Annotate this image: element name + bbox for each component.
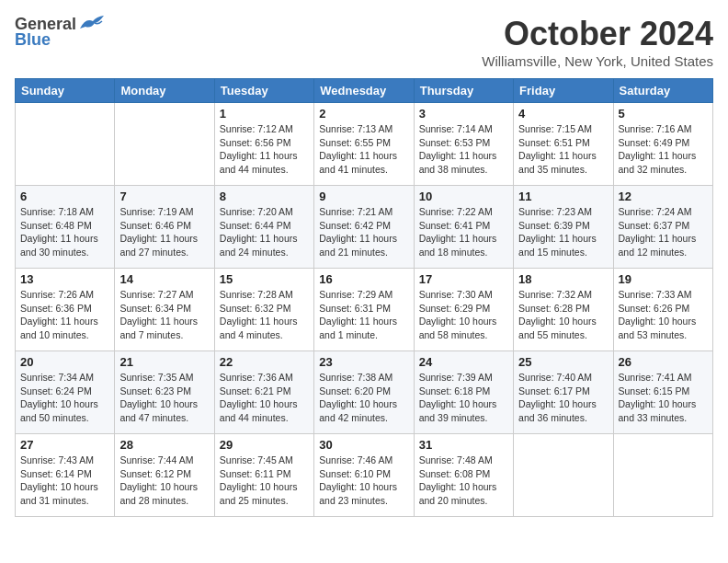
day-detail: Sunrise: 7:45 AMSunset: 6:11 PMDaylight:… <box>220 454 309 508</box>
week-row-2: 6Sunrise: 7:18 AMSunset: 6:48 PMDaylight… <box>16 186 713 269</box>
day-number: 17 <box>419 272 508 286</box>
header-friday: Friday <box>514 79 613 103</box>
header-wednesday: Wednesday <box>314 79 414 103</box>
day-detail: Sunrise: 7:48 AMSunset: 6:08 PMDaylight:… <box>419 454 508 508</box>
day-number: 16 <box>319 272 408 286</box>
calendar-cell: 29Sunrise: 7:45 AMSunset: 6:11 PMDayligh… <box>214 434 313 517</box>
day-detail: Sunrise: 7:32 AMSunset: 6:28 PMDaylight:… <box>518 288 608 342</box>
day-detail: Sunrise: 7:21 AMSunset: 6:42 PMDaylight:… <box>319 205 408 259</box>
day-number: 12 <box>619 190 708 203</box>
calendar-cell: 7Sunrise: 7:19 AMSunset: 6:46 PMDaylight… <box>115 186 214 269</box>
calendar-cell: 2Sunrise: 7:13 AMSunset: 6:55 PMDaylight… <box>314 103 414 186</box>
logo: General Blue <box>15 15 106 50</box>
day-number: 13 <box>20 272 109 286</box>
calendar-cell: 19Sunrise: 7:33 AMSunset: 6:26 PMDayligh… <box>613 269 712 351</box>
day-detail: Sunrise: 7:28 AMSunset: 6:32 PMDaylight:… <box>220 288 309 342</box>
day-number: 19 <box>619 272 708 286</box>
day-detail: Sunrise: 7:16 AMSunset: 6:49 PMDaylight:… <box>619 122 708 177</box>
day-number: 27 <box>20 438 109 452</box>
day-detail: Sunrise: 7:35 AMSunset: 6:23 PMDaylight:… <box>119 371 209 425</box>
header-saturday: Saturday <box>613 79 712 103</box>
calendar-cell: 11Sunrise: 7:23 AMSunset: 6:39 PMDayligh… <box>514 186 613 269</box>
day-number: 4 <box>518 107 608 121</box>
day-detail: Sunrise: 7:14 AMSunset: 6:53 PMDaylight:… <box>419 122 508 177</box>
day-number: 11 <box>518 190 608 203</box>
day-detail: Sunrise: 7:19 AMSunset: 6:46 PMDaylight:… <box>119 205 209 259</box>
calendar-cell: 25Sunrise: 7:40 AMSunset: 6:17 PMDayligh… <box>514 351 613 434</box>
header-tuesday: Tuesday <box>214 79 313 103</box>
calendar-cell: 12Sunrise: 7:24 AMSunset: 6:37 PMDayligh… <box>613 186 712 269</box>
page-header: General Blue October 2024 Williamsville,… <box>15 15 713 69</box>
calendar-cell: 22Sunrise: 7:36 AMSunset: 6:21 PMDayligh… <box>214 351 313 434</box>
calendar-cell: 28Sunrise: 7:44 AMSunset: 6:12 PMDayligh… <box>115 434 214 517</box>
calendar-cell: 24Sunrise: 7:39 AMSunset: 6:18 PMDayligh… <box>414 351 513 434</box>
day-number: 2 <box>319 107 408 121</box>
calendar-cell: 27Sunrise: 7:43 AMSunset: 6:14 PMDayligh… <box>16 434 115 517</box>
day-detail: Sunrise: 7:20 AMSunset: 6:44 PMDaylight:… <box>220 205 309 259</box>
day-number: 22 <box>220 355 309 369</box>
calendar-cell <box>16 103 115 186</box>
day-detail: Sunrise: 7:46 AMSunset: 6:10 PMDaylight:… <box>319 454 408 508</box>
day-number: 24 <box>419 355 508 369</box>
day-detail: Sunrise: 7:24 AMSunset: 6:37 PMDaylight:… <box>619 205 708 259</box>
day-detail: Sunrise: 7:26 AMSunset: 6:36 PMDaylight:… <box>20 288 109 342</box>
calendar-cell: 1Sunrise: 7:12 AMSunset: 6:56 PMDaylight… <box>214 103 313 186</box>
calendar-cell: 9Sunrise: 7:21 AMSunset: 6:42 PMDaylight… <box>314 186 414 269</box>
day-number: 3 <box>419 107 508 121</box>
week-row-1: 1Sunrise: 7:12 AMSunset: 6:56 PMDaylight… <box>16 103 713 186</box>
day-number: 9 <box>319 190 408 203</box>
day-number: 21 <box>119 355 209 369</box>
day-number: 14 <box>119 272 209 286</box>
day-number: 25 <box>518 355 608 369</box>
day-detail: Sunrise: 7:29 AMSunset: 6:31 PMDaylight:… <box>319 288 408 342</box>
calendar-header-row: SundayMondayTuesdayWednesdayThursdayFrid… <box>16 79 713 103</box>
day-number: 29 <box>220 438 309 452</box>
day-number: 30 <box>319 438 408 452</box>
day-detail: Sunrise: 7:23 AMSunset: 6:39 PMDaylight:… <box>518 205 608 259</box>
calendar-cell: 16Sunrise: 7:29 AMSunset: 6:31 PMDayligh… <box>314 269 414 351</box>
calendar-cell: 15Sunrise: 7:28 AMSunset: 6:32 PMDayligh… <box>214 269 313 351</box>
calendar-cell: 20Sunrise: 7:34 AMSunset: 6:24 PMDayligh… <box>16 351 115 434</box>
calendar-cell: 31Sunrise: 7:48 AMSunset: 6:08 PMDayligh… <box>414 434 513 517</box>
day-number: 20 <box>20 355 109 369</box>
day-detail: Sunrise: 7:34 AMSunset: 6:24 PMDaylight:… <box>20 371 109 425</box>
calendar-cell: 4Sunrise: 7:15 AMSunset: 6:51 PMDaylight… <box>514 103 613 186</box>
day-detail: Sunrise: 7:18 AMSunset: 6:48 PMDaylight:… <box>20 205 109 259</box>
day-detail: Sunrise: 7:27 AMSunset: 6:34 PMDaylight:… <box>119 288 209 342</box>
calendar-cell: 14Sunrise: 7:27 AMSunset: 6:34 PMDayligh… <box>115 269 214 351</box>
day-number: 18 <box>518 272 608 286</box>
day-detail: Sunrise: 7:44 AMSunset: 6:12 PMDaylight:… <box>119 454 209 508</box>
calendar-cell: 21Sunrise: 7:35 AMSunset: 6:23 PMDayligh… <box>115 351 214 434</box>
calendar-cell <box>115 103 214 186</box>
header-monday: Monday <box>115 79 214 103</box>
day-number: 8 <box>220 190 309 203</box>
day-number: 10 <box>419 190 508 203</box>
logo-blue-text: Blue <box>15 30 51 50</box>
header-sunday: Sunday <box>16 79 115 103</box>
logo-bird-icon <box>78 14 106 34</box>
day-number: 15 <box>220 272 309 286</box>
calendar-cell: 13Sunrise: 7:26 AMSunset: 6:36 PMDayligh… <box>16 269 115 351</box>
day-number: 23 <box>319 355 408 369</box>
day-detail: Sunrise: 7:38 AMSunset: 6:20 PMDaylight:… <box>319 371 408 425</box>
day-detail: Sunrise: 7:41 AMSunset: 6:15 PMDaylight:… <box>619 371 708 425</box>
calendar-cell: 10Sunrise: 7:22 AMSunset: 6:41 PMDayligh… <box>414 186 513 269</box>
day-detail: Sunrise: 7:39 AMSunset: 6:18 PMDaylight:… <box>419 371 508 425</box>
week-row-5: 27Sunrise: 7:43 AMSunset: 6:14 PMDayligh… <box>16 434 713 517</box>
week-row-3: 13Sunrise: 7:26 AMSunset: 6:36 PMDayligh… <box>16 269 713 351</box>
calendar-cell: 5Sunrise: 7:16 AMSunset: 6:49 PMDaylight… <box>613 103 712 186</box>
day-number: 28 <box>119 438 209 452</box>
calendar-table: SundayMondayTuesdayWednesdayThursdayFrid… <box>15 78 713 517</box>
day-number: 6 <box>20 190 109 203</box>
calendar-cell: 3Sunrise: 7:14 AMSunset: 6:53 PMDaylight… <box>414 103 513 186</box>
day-number: 1 <box>220 107 309 121</box>
day-number: 7 <box>119 190 209 203</box>
calendar-cell: 23Sunrise: 7:38 AMSunset: 6:20 PMDayligh… <box>314 351 414 434</box>
calendar-cell: 30Sunrise: 7:46 AMSunset: 6:10 PMDayligh… <box>314 434 414 517</box>
calendar-cell: 17Sunrise: 7:30 AMSunset: 6:29 PMDayligh… <box>414 269 513 351</box>
day-detail: Sunrise: 7:13 AMSunset: 6:55 PMDaylight:… <box>319 122 408 177</box>
calendar-cell: 26Sunrise: 7:41 AMSunset: 6:15 PMDayligh… <box>613 351 712 434</box>
calendar-cell <box>514 434 613 517</box>
week-row-4: 20Sunrise: 7:34 AMSunset: 6:24 PMDayligh… <box>16 351 713 434</box>
day-detail: Sunrise: 7:15 AMSunset: 6:51 PMDaylight:… <box>518 122 608 177</box>
